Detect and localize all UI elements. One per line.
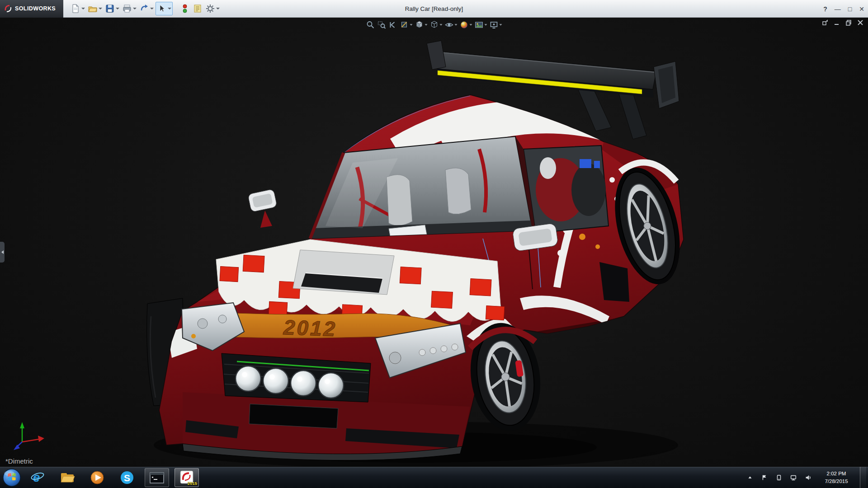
taskbar-media-player[interactable] — [85, 468, 109, 487]
chevron-down-icon[interactable] — [440, 24, 443, 26]
network-tray-button[interactable] — [788, 469, 798, 487]
save-button[interactable] — [104, 2, 120, 15]
left-mirror — [248, 189, 277, 212]
action-center-button[interactable] — [760, 469, 769, 487]
scene-picture-icon — [475, 20, 484, 29]
rebuild-stoplight-icon — [180, 4, 190, 14]
taskbar-internet-explorer[interactable]: e — [25, 468, 50, 487]
view-orientation-button[interactable] — [415, 20, 428, 29]
show-hidden-icons-button[interactable] — [745, 469, 755, 487]
maximize-button[interactable]: □ — [848, 5, 852, 13]
minimize-button[interactable]: — — [835, 5, 841, 13]
hood-banner-text: 2012 — [283, 315, 337, 341]
open-folder-icon — [88, 4, 98, 14]
chevron-down-icon[interactable] — [150, 8, 154, 9]
options-gear-icon — [205, 4, 215, 14]
view-settings-icon — [490, 20, 499, 29]
clock-date: 7/28/2015 — [817, 478, 855, 485]
display-style-icon — [430, 20, 439, 29]
svg-text:e: e — [33, 470, 40, 484]
new-document-icon — [71, 4, 80, 14]
model-rally-car[interactable]: 2012 — [0, 18, 868, 466]
edit-appearance-button[interactable] — [460, 20, 472, 29]
taskbar-file-explorer[interactable] — [55, 468, 80, 487]
print-button[interactable] — [121, 2, 137, 15]
chevron-down-icon[interactable] — [410, 24, 413, 26]
chevron-down-icon[interactable] — [455, 24, 458, 26]
show-desktop-button[interactable] — [860, 467, 866, 488]
doc-minimize-icon[interactable] — [834, 19, 840, 26]
hide-show-items-button[interactable] — [445, 20, 458, 29]
options-button[interactable] — [204, 2, 221, 15]
clock-time: 2:02 PM — [817, 470, 855, 478]
chevron-down-icon[interactable] — [133, 8, 137, 9]
chevron-down-icon[interactable] — [81, 8, 85, 9]
select-cursor-icon — [157, 4, 167, 14]
chevron-down-icon[interactable] — [99, 8, 102, 9]
svg-text:S: S — [124, 473, 130, 483]
solidworks-brand: SOLIDWORKS — [0, 0, 63, 18]
file-properties-icon — [193, 4, 203, 14]
undo-button[interactable] — [138, 2, 155, 15]
doc-restore-icon[interactable] — [845, 19, 852, 26]
view-orientation-label: *Dimetric — [5, 457, 33, 465]
license-plate — [249, 404, 338, 428]
close-button[interactable]: ✕ — [859, 5, 864, 13]
command-prompt-icon — [149, 469, 165, 486]
chevron-down-icon[interactable] — [470, 24, 472, 26]
help-button[interactable]: ? — [823, 5, 827, 13]
graphics-viewport[interactable]: 2012 — [0, 18, 868, 466]
panel-flyout-handle[interactable] — [0, 242, 5, 263]
zoom-to-area-icon — [377, 20, 387, 29]
section-view-button[interactable] — [400, 20, 413, 29]
chevron-up-icon — [746, 474, 754, 481]
chevron-down-icon[interactable] — [116, 8, 119, 9]
taskbar-solidworks[interactable]: 2015 — [175, 468, 199, 487]
view-settings-button[interactable] — [490, 20, 502, 29]
system-tray: 2:02 PM 7/28/2015 — [745, 467, 868, 488]
taskbar-apps: e S — [25, 468, 199, 487]
chevron-down-icon[interactable] — [485, 24, 487, 26]
folder-icon — [59, 469, 75, 486]
coordinate-triad — [14, 422, 44, 450]
appearance-sphere-icon — [460, 20, 469, 29]
titlebar: SOLIDWORKS — [0, 0, 868, 18]
solidworks-year-badge: 2015 — [188, 481, 197, 486]
chevron-left-icon — [1, 250, 4, 254]
start-button[interactable] — [0, 467, 24, 488]
taskbar-clock[interactable]: 2:02 PM 7/28/2015 — [817, 470, 855, 485]
select-button[interactable] — [156, 2, 173, 15]
network-monitor-icon — [790, 474, 797, 481]
device-icon — [775, 474, 783, 481]
heads-up-view-toolbar — [363, 19, 505, 30]
previous-view-button[interactable] — [389, 20, 398, 29]
windows-start-orb-icon — [2, 468, 21, 487]
volume-tray-button[interactable] — [803, 469, 813, 487]
taskbar-skype[interactable]: S — [115, 468, 139, 487]
print-icon — [122, 4, 132, 14]
new-button[interactable] — [70, 2, 86, 15]
apply-scene-button[interactable] — [475, 20, 487, 29]
rebuild-button[interactable] — [179, 2, 191, 15]
chevron-down-icon[interactable] — [216, 8, 220, 9]
doc-popout-icon[interactable] — [822, 19, 828, 26]
open-button[interactable] — [87, 2, 103, 15]
section-view-icon — [400, 20, 409, 29]
brand-text: SOLIDWORKS — [15, 5, 56, 12]
chevron-down-icon[interactable] — [168, 8, 171, 9]
zoom-to-area-button[interactable] — [377, 20, 387, 29]
doc-close-icon[interactable] — [857, 19, 863, 26]
device-tray-button[interactable] — [774, 469, 784, 487]
window-title: Rally Car [Read-only] — [405, 0, 463, 18]
chevron-down-icon[interactable] — [425, 24, 428, 26]
windshield — [310, 136, 533, 243]
skype-icon: S — [119, 469, 135, 486]
solidworks-logo-icon — [4, 4, 13, 13]
display-style-button[interactable] — [430, 20, 443, 29]
chevron-down-icon[interactable] — [500, 24, 502, 26]
media-player-icon — [89, 469, 105, 486]
speaker-icon — [804, 474, 811, 481]
file-properties-button[interactable] — [192, 2, 203, 15]
zoom-to-fit-button[interactable] — [366, 20, 375, 29]
taskbar-command-prompt[interactable] — [145, 468, 169, 487]
